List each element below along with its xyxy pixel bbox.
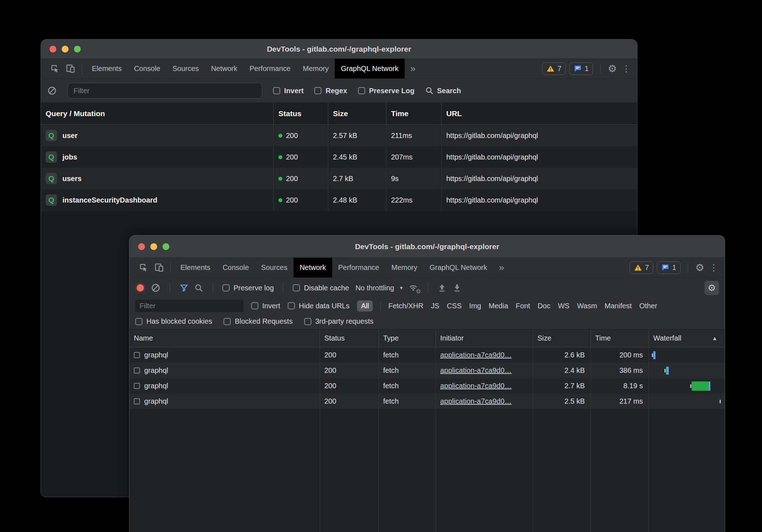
checkbox[interactable] [222,284,230,291]
kebab-menu-icon[interactable]: ⋮ [620,63,632,74]
column-header-size[interactable]: Size [533,329,591,347]
invert-checkbox[interactable]: Invert [251,302,280,310]
checkbox[interactable] [314,87,321,94]
tab-network[interactable]: Network [293,258,332,277]
table-row[interactable]: Qjobs 200 2.45 kB 207ms https://gitlab.c… [41,146,637,168]
column-header-waterfall[interactable]: Waterfall ▲ [649,329,725,347]
device-toolbar-icon[interactable] [151,258,167,277]
table-row[interactable]: Quser 200 2.57 kB 211ms https://gitlab.c… [41,125,637,146]
type-filter-wasm[interactable]: Wasm [577,302,597,310]
checkbox[interactable] [135,318,142,325]
column-header-time[interactable]: Time [591,329,649,347]
column-header-name[interactable]: Name [130,329,320,347]
record-network-log-button[interactable] [137,284,144,291]
more-tabs-icon[interactable]: » [405,59,421,79]
checkbox[interactable] [288,302,295,309]
issues-badge[interactable]: 1 [657,261,681,274]
table-row[interactable]: Qusers 200 2.7 kB 9s https://gitlab.com/… [41,168,637,189]
zoom-window-button[interactable] [163,243,169,250]
hide-data-urls-checkbox[interactable]: Hide data URLs [288,302,349,310]
disable-cache-checkbox[interactable]: Disable cache [293,284,349,292]
table-row[interactable]: graphql 200 fetch application-a7ca9d0… 2… [130,347,725,363]
regex-checkbox[interactable]: Regex [314,87,347,95]
column-header-url[interactable]: URL [442,103,637,124]
column-header-status[interactable]: Status [274,103,328,124]
row-checkbox[interactable] [134,398,140,404]
row-checkbox[interactable] [134,352,140,358]
table-row[interactable]: graphql 200 fetch application-a7ca9d0… 2… [130,394,725,409]
network-settings-button[interactable]: ⚙ [705,281,719,295]
minimize-window-button[interactable] [150,243,157,250]
tab-sources[interactable]: Sources [255,258,293,277]
table-row[interactable]: graphql 200 fetch application-a7ca9d0… 2… [130,363,725,378]
table-row[interactable]: QinstanceSecurityDashboard 200 2.48 kB 2… [41,189,637,211]
checkbox[interactable] [251,302,258,309]
import-har-icon[interactable] [437,283,447,293]
type-filter-img[interactable]: Img [469,302,481,310]
type-filter-font[interactable]: Font [516,302,530,310]
tab-sources[interactable]: Sources [166,59,205,79]
filter-input[interactable] [135,300,244,312]
kebab-menu-icon[interactable]: ⋮ [708,262,720,273]
checkbox[interactable] [293,284,300,291]
column-header-size[interactable]: Size [328,103,386,124]
has-blocked-cookies-checkbox[interactable]: Has blocked cookies [135,317,212,326]
initiator-link[interactable]: application-a7ca9d0… [440,397,512,405]
zoom-window-button[interactable] [74,46,81,52]
column-header-type[interactable]: Type [379,329,436,347]
initiator-link[interactable]: application-a7ca9d0… [440,366,512,375]
network-conditions-icon[interactable]: ⚙ [408,283,418,293]
inspect-element-icon[interactable] [136,258,151,277]
tab-console[interactable]: Console [216,258,255,277]
tab-console[interactable]: Console [128,59,166,79]
filter-funnel-icon[interactable] [179,283,189,293]
clear-icon[interactable] [47,86,57,95]
row-checkbox[interactable] [134,383,140,389]
issues-badge[interactable]: 1 [569,62,593,75]
column-header-initiator[interactable]: Initiator [436,329,533,347]
tab-memory[interactable]: Memory [385,258,423,277]
tab-elements[interactable]: Elements [86,59,128,79]
third-party-requests-checkbox[interactable]: 3rd-party requests [304,317,373,326]
tab-network[interactable]: Network [205,59,243,79]
type-filter-media[interactable]: Media [489,302,508,310]
checkbox[interactable] [304,318,311,325]
tab-elements[interactable]: Elements [174,258,216,277]
initiator-link[interactable]: application-a7ca9d0… [440,382,512,390]
initiator-link[interactable]: application-a7ca9d0… [440,351,512,359]
search-button[interactable]: Search [425,86,461,95]
type-filter-other[interactable]: Other [639,302,657,310]
checkbox[interactable] [273,87,280,94]
type-filter-js[interactable]: JS [431,302,439,310]
type-filter-doc[interactable]: Doc [538,302,551,310]
preserve-log-checkbox[interactable]: Preserve Log [358,87,415,95]
column-header-status[interactable]: Status [320,329,379,347]
tab-graphql-network[interactable]: GraphQL Network [423,258,493,277]
tab-graphql-network[interactable]: GraphQL Network [335,59,404,79]
minimize-window-button[interactable] [62,46,69,52]
type-filter-css[interactable]: CSS [447,302,462,310]
settings-gear-icon[interactable]: ⚙ [608,64,617,74]
search-icon[interactable] [194,284,203,293]
tab-memory[interactable]: Memory [297,59,335,79]
preserve-log-checkbox[interactable]: Preserve log [222,284,274,292]
column-header-query-mutation[interactable]: Query / Mutation [41,103,274,124]
row-checkbox[interactable] [134,367,140,374]
table-row[interactable]: graphql 200 fetch application-a7ca9d0… 2… [130,378,725,394]
settings-gear-icon[interactable]: ⚙ [695,263,704,273]
type-filter-ws[interactable]: WS [558,302,569,310]
type-filter-all[interactable]: All [357,300,373,312]
close-window-button[interactable] [50,46,56,52]
type-filter-fetch-xhr[interactable]: Fetch/XHR [388,302,423,310]
checkbox[interactable] [224,318,231,325]
more-tabs-icon[interactable]: » [493,258,510,277]
inspect-element-icon[interactable] [47,59,63,79]
export-har-icon[interactable] [452,283,462,293]
throttling-dropdown[interactable]: No throttling ▾ [356,284,403,292]
warnings-badge[interactable]: 7 [542,62,566,75]
invert-checkbox[interactable]: Invert [273,87,304,95]
warnings-badge[interactable]: 7 [630,261,653,274]
tab-performance[interactable]: Performance [332,258,386,277]
checkbox[interactable] [358,87,365,94]
type-filter-manifest[interactable]: Manifest [605,302,632,310]
